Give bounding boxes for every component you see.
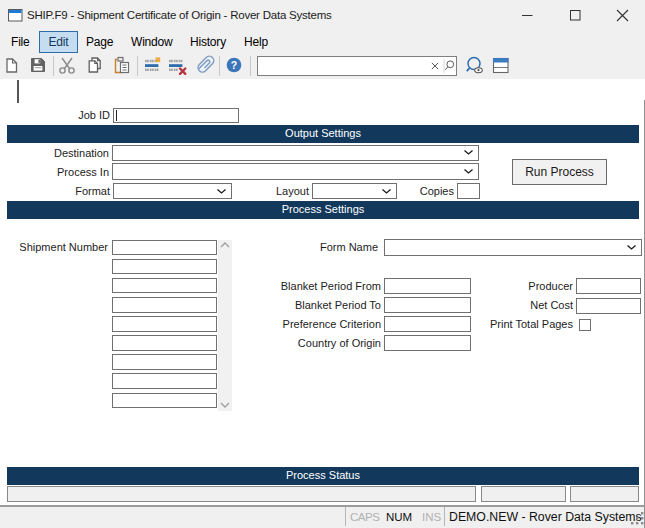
svg-text:?: ? [231,59,237,71]
